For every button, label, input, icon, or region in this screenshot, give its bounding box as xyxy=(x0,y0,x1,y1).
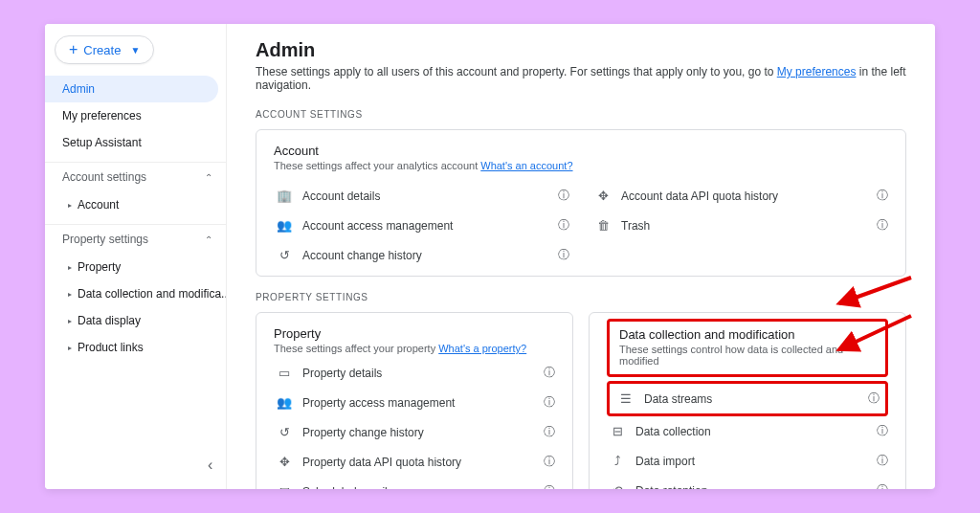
chevron-up-icon: ⌃ xyxy=(205,234,212,245)
settings-row[interactable]: 👥Property access managementⓘ xyxy=(274,388,555,417)
sidebar-item-admin[interactable]: Admin xyxy=(45,76,218,102)
sidebar-section-label: Property settings xyxy=(62,233,148,246)
settings-row[interactable]: ⊟Data collectionⓘ xyxy=(607,416,888,446)
whats-a-property-link[interactable]: What's a property? xyxy=(438,343,526,354)
row-icon: 👥 xyxy=(274,218,295,233)
row-icon: 🏢 xyxy=(274,189,295,203)
sidebar: + Create ▼ Admin My preferences Setup As… xyxy=(45,24,227,489)
help-icon[interactable]: ⓘ xyxy=(868,390,880,407)
row-icon: ↺ xyxy=(274,425,295,439)
whats-an-account-link[interactable]: What's an account? xyxy=(480,160,572,171)
card-subtitle: These settings affect your analytics acc… xyxy=(274,160,888,171)
account-card: Account These settings affect your analy… xyxy=(256,129,906,277)
sidebar-item-data-collection[interactable]: Data collection and modifica... xyxy=(45,280,226,307)
sidebar-item-data-display[interactable]: Data display xyxy=(45,307,226,334)
row-label: Account data API quota history xyxy=(613,190,877,203)
row-icon: ⊟ xyxy=(607,424,628,438)
help-icon[interactable]: ⓘ xyxy=(877,453,888,469)
sidebar-item-property[interactable]: Property xyxy=(45,254,226,280)
row-icon: 🗑 xyxy=(592,218,613,233)
sidebar-item-account[interactable]: Account xyxy=(45,191,226,218)
settings-row[interactable]: 🏢Account detailsⓘ xyxy=(274,181,569,211)
main-content: Admin These settings apply to all users … xyxy=(227,24,935,489)
row-icon: ↺ xyxy=(274,248,295,262)
data-collection-card: Data collection and modification These s… xyxy=(589,312,906,489)
sidebar-item-myprefs[interactable]: My preferences xyxy=(45,102,226,129)
sidebar-item-product-links[interactable]: Product links xyxy=(45,334,226,361)
row-label: Property change history xyxy=(295,426,544,439)
row-icon: ▭ xyxy=(274,366,295,380)
row-label: Account access management xyxy=(295,219,558,233)
sidebar-section-property-settings[interactable]: Property settings ⌃ xyxy=(45,224,226,254)
settings-row[interactable]: ⟲Data retentionⓘ xyxy=(607,476,888,489)
help-icon[interactable]: ⓘ xyxy=(558,247,569,263)
row-icon: ☰ xyxy=(615,391,636,406)
chevron-down-icon: ▼ xyxy=(130,45,140,56)
help-icon[interactable]: ⓘ xyxy=(544,483,555,489)
page-title: Admin xyxy=(256,39,906,61)
page-description: These settings apply to all users of thi… xyxy=(256,65,906,92)
row-label: Data import xyxy=(628,455,877,468)
row-label: Trash xyxy=(613,219,877,233)
card-title: Property xyxy=(274,326,555,341)
row-label: Account change history xyxy=(295,249,558,262)
card-subtitle: These settings control how data is colle… xyxy=(619,344,876,367)
settings-row[interactable]: 🗑Trashⓘ xyxy=(592,211,888,240)
property-card: Property These settings affect your prop… xyxy=(256,312,573,489)
row-label: Property details xyxy=(295,367,544,380)
settings-row[interactable]: ☰Data streamsⓘ xyxy=(615,384,880,413)
row-label: Data collection xyxy=(628,425,877,438)
help-icon[interactable]: ⓘ xyxy=(877,482,888,489)
row-label: Data retention xyxy=(628,484,877,490)
row-label: Account details xyxy=(295,190,558,203)
help-icon[interactable]: ⓘ xyxy=(877,423,888,439)
row-label: Property data API quota history xyxy=(295,456,544,469)
settings-row[interactable]: ⤴Data importⓘ xyxy=(607,446,888,476)
row-icon: ✥ xyxy=(592,189,613,203)
help-icon[interactable]: ⓘ xyxy=(558,188,569,204)
row-icon: ⤴ xyxy=(607,454,628,468)
section-label-account: ACCOUNT SETTINGS xyxy=(256,109,906,120)
row-icon: ✉ xyxy=(274,484,295,489)
row-label: Scheduled emails xyxy=(295,485,544,490)
collapse-sidebar-icon[interactable]: ‹ xyxy=(208,457,212,474)
plus-icon: + xyxy=(69,42,78,57)
card-title: Account xyxy=(274,144,888,158)
settings-row[interactable]: ✉Scheduled emailsⓘ xyxy=(274,477,555,489)
row-icon: 👥 xyxy=(274,395,295,410)
help-icon[interactable]: ⓘ xyxy=(877,217,888,234)
create-button[interactable]: + Create ▼ xyxy=(55,35,154,64)
create-button-label: Create xyxy=(83,43,121,57)
settings-row[interactable]: 👥Account access managementⓘ xyxy=(274,211,569,240)
row-icon: ✥ xyxy=(274,455,295,469)
help-icon[interactable]: ⓘ xyxy=(544,394,555,411)
settings-row[interactable]: ↺Property change historyⓘ xyxy=(274,417,555,447)
settings-row[interactable]: ✥Property data API quota historyⓘ xyxy=(274,447,555,477)
help-icon[interactable]: ⓘ xyxy=(544,365,555,381)
sidebar-item-setup[interactable]: Setup Assistant xyxy=(45,129,226,156)
row-label: Property access management xyxy=(295,396,544,410)
help-icon[interactable]: ⓘ xyxy=(544,454,555,470)
card-title: Data collection and modification xyxy=(619,327,876,342)
row-icon: ⟲ xyxy=(607,483,628,489)
card-subtitle: These settings affect your property What… xyxy=(274,343,555,354)
row-label: Data streams xyxy=(636,392,868,406)
help-icon[interactable]: ⓘ xyxy=(877,188,888,204)
help-icon[interactable]: ⓘ xyxy=(544,424,555,440)
my-preferences-link[interactable]: My preferences xyxy=(777,65,857,78)
help-icon[interactable]: ⓘ xyxy=(558,217,569,234)
settings-row[interactable]: ✥Account data API quota historyⓘ xyxy=(592,181,888,211)
sidebar-section-label: Account settings xyxy=(62,170,146,184)
data-collection-header-highlight: Data collection and modification These s… xyxy=(607,319,888,377)
sidebar-section-account-settings[interactable]: Account settings ⌃ xyxy=(45,162,226,191)
settings-row[interactable]: ▭Property detailsⓘ xyxy=(274,358,555,388)
section-label-property: PROPERTY SETTINGS xyxy=(256,292,906,302)
settings-row[interactable]: ↺Account change historyⓘ xyxy=(274,240,569,270)
chevron-up-icon: ⌃ xyxy=(205,172,212,183)
